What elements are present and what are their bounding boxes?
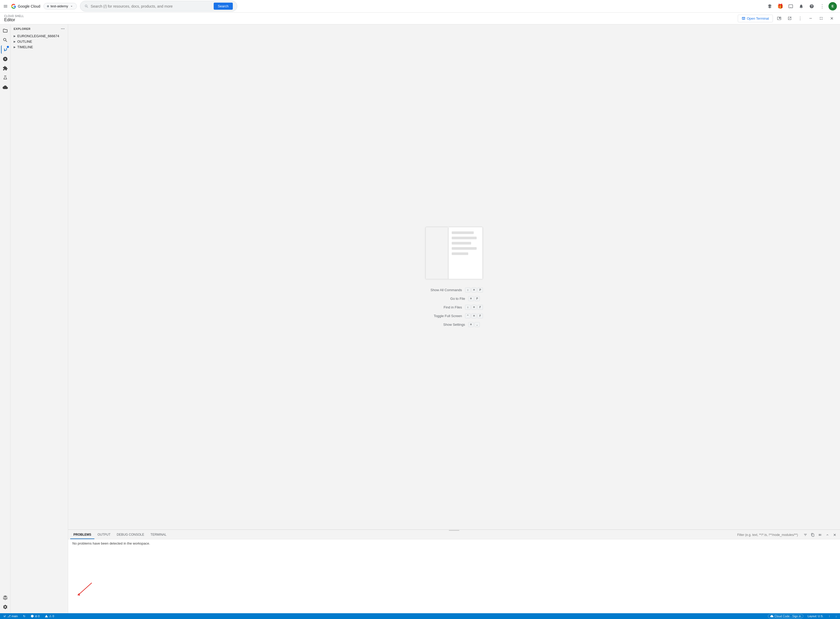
more-options-icon[interactable]: ⋮ [796, 14, 804, 22]
activity-files[interactable] [1, 27, 9, 35]
activity-source-control[interactable] [1, 45, 9, 54]
sidebar-more-button[interactable]: ··· [61, 27, 65, 31]
bottom-panel: PROBLEMS OUTPUT DEBUG CONSOLE TERMINAL [68, 529, 840, 613]
kbd-1-0: ⌘ [468, 296, 474, 301]
chevron-up-icon[interactable] [824, 532, 831, 538]
activity-run[interactable] [1, 55, 9, 63]
nav-icons: 🎁 ⋮ E [765, 2, 837, 10]
open-terminal-button[interactable]: Open Terminal [738, 15, 773, 22]
shortcut-label-1: Go to File [428, 297, 465, 301]
status-scroll-down[interactable]: ↓ [834, 615, 838, 618]
close-icon[interactable]: ✕ [827, 14, 836, 22]
kbd-group-1: ⌘ P [468, 296, 480, 301]
sidebar-item-timeline-label: TIMELINE [17, 45, 33, 49]
expand-icon[interactable] [817, 14, 825, 22]
illus-right-pane [448, 227, 483, 279]
panel-tab-output[interactable]: OUTPUT [94, 531, 114, 539]
project-name: test-aidemy [51, 4, 68, 8]
kbd-group-2: ⇧ ⌘ F [465, 305, 483, 310]
top-navbar: Google Cloud test-aidemy Search 🎁 ⋮ E [0, 0, 840, 13]
cloud-shell-title: CLOUD SHELL Editor [4, 15, 24, 22]
source-control-badge [7, 46, 9, 48]
gift-icon[interactable]: 🎁 [776, 2, 785, 10]
kbd-0-0: ⇧ [465, 287, 470, 293]
activity-test[interactable] [1, 74, 9, 82]
panel-tab-terminal[interactable]: TERMINAL [147, 531, 170, 539]
search-input[interactable] [91, 4, 211, 8]
shortcut-label-3: Toggle Full Screen [425, 314, 462, 318]
illus-line-4 [452, 247, 476, 250]
activity-search[interactable] [1, 36, 9, 44]
search-bar: Search [80, 1, 237, 12]
open-in-new-icon[interactable] [786, 14, 794, 22]
kbd-4-1: , [475, 322, 480, 327]
cloud-code-label: Cloud Code - Sign in [774, 615, 801, 618]
search-button[interactable]: Search [214, 3, 233, 10]
google-cloud-logo: Google Cloud [11, 4, 40, 9]
explorer-label: EXPLORER [13, 27, 31, 30]
illus-line-1 [452, 232, 474, 234]
avatar[interactable]: E [828, 2, 837, 10]
gemini-icon[interactable] [765, 2, 774, 10]
sidebar-item-outline-label: OUTLINE [17, 40, 32, 43]
help-icon[interactable] [807, 2, 816, 10]
panel-tab-debug-console[interactable]: DEBUG CONSOLE [114, 531, 147, 539]
panel-tabs: PROBLEMS OUTPUT DEBUG CONSOLE TERMINAL [68, 531, 840, 539]
errors-label: ⊘ 0 [35, 615, 40, 618]
project-chip[interactable]: test-aidemy [43, 3, 77, 9]
google-cloud-text: Google Cloud [18, 4, 40, 8]
bell-icon[interactable] [797, 2, 806, 10]
status-warnings[interactable]: ⚠ 0 [44, 615, 55, 618]
activity-gemini[interactable] [1, 593, 9, 602]
hamburger-menu[interactable] [3, 4, 8, 9]
minimize-icon[interactable] [806, 14, 815, 22]
monitor-icon[interactable] [786, 2, 795, 10]
sidebar-item-euronclegane[interactable]: ▶ EURONCLEGANE_666674 [10, 33, 68, 39]
illus-left-pane [425, 227, 448, 279]
kbd-4-0: ⌘ [468, 322, 474, 327]
editor-container: EXPLORER ··· ▶ EURONCLEGANE_666674 ▶ OUT… [0, 24, 840, 613]
shortcut-list: Show All Commands ⇧ ⌘ P Go to File ⌘ P [425, 287, 483, 327]
shortcut-row-1: Go to File ⌘ P [425, 296, 483, 301]
panel-tab-problems[interactable]: PROBLEMS [70, 531, 94, 539]
filter-icon[interactable] [802, 532, 809, 538]
panel-filter-input[interactable] [737, 533, 800, 537]
status-errors[interactable]: ⊘ 0 [30, 615, 40, 618]
layout-label: Layout: U.S. [807, 615, 824, 618]
status-sync[interactable]: ↻ [22, 615, 27, 618]
more-vert-icon[interactable]: ⋮ [818, 2, 827, 10]
shortcut-row-0: Show All Commands ⇧ ⌘ P [425, 287, 483, 293]
illus-line-2 [452, 237, 476, 239]
sidebar-item-timeline[interactable]: ▶ TIMELINE [10, 44, 68, 50]
list-icon[interactable] [817, 532, 823, 538]
panel-close-icon[interactable]: ✕ [832, 532, 838, 538]
status-layout[interactable]: Layout: U.S. [806, 615, 825, 618]
status-git-branch[interactable]: ⎇ main [2, 615, 19, 618]
shortcut-row-2: Find in Files ⇧ ⌘ F [425, 305, 483, 310]
chevron-right-icon-2: ▶ [13, 40, 16, 43]
panel-content: No problems have been detected in the wo… [68, 539, 840, 613]
cloud-shell-name: Editor [4, 18, 24, 22]
activity-settings[interactable] [1, 603, 9, 611]
illus-line-3 [452, 242, 471, 245]
sidebar: EXPLORER ··· ▶ EURONCLEGANE_666674 ▶ OUT… [10, 24, 68, 613]
kbd-2-0: ⇧ [465, 305, 470, 310]
sidebar-item-outline[interactable]: ▶ OUTLINE [10, 39, 68, 44]
sync-icon: ↻ [23, 615, 25, 618]
panel-actions: ✕ [802, 532, 838, 538]
picture-in-picture-icon[interactable] [775, 14, 783, 22]
kbd-0-2: P [478, 287, 483, 293]
illus-line-5 [452, 253, 468, 255]
kbd-3-0: ^ [465, 313, 470, 318]
activity-cloud[interactable] [1, 83, 9, 91]
git-branch-label: ⎇ main [7, 615, 18, 618]
kbd-0-1: ⌘ [472, 287, 477, 293]
status-scroll-up[interactable]: ↑ [828, 615, 831, 618]
welcome-illustration [425, 227, 483, 279]
kbd-1-1: P [475, 296, 480, 301]
activity-extensions[interactable] [1, 64, 9, 73]
cloud-shell-label: CLOUD SHELL [4, 15, 24, 18]
cloud-code-signin-button[interactable]: Cloud Code - Sign in [768, 614, 804, 618]
status-bar: ⎇ main ↻ ⊘ 0 ⚠ 0 Cloud Code - Sign in La… [0, 613, 840, 619]
copy-icon[interactable] [810, 532, 816, 538]
